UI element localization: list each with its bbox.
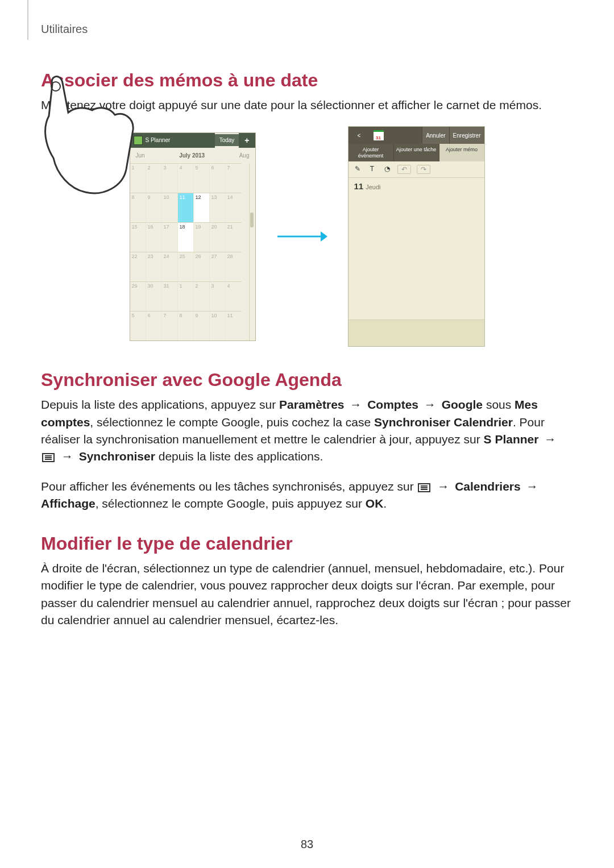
back-button[interactable]: < [349, 127, 370, 144]
prev-month: Jun [136, 152, 145, 159]
calendar-day-cell[interactable]: 5 [194, 163, 210, 193]
svg-marker-2 [321, 231, 327, 242]
para-sync-1: Depuis la liste des applications, appuye… [41, 396, 573, 466]
tab-add-memo[interactable]: Ajouter mémo [439, 144, 484, 161]
calendar-day-cell[interactable]: 16 [146, 222, 162, 252]
memo-date-day: Jeudi [366, 184, 380, 190]
calendar-day-cell[interactable]: 4 [178, 163, 194, 193]
calendar-badge: 31 [370, 127, 387, 144]
calendar-day-cell[interactable]: 27 [210, 252, 226, 281]
calendar-day-cell[interactable]: 20 [210, 222, 226, 252]
calendar-day-cell[interactable]: 2 [194, 281, 210, 311]
next-month: Aug [239, 152, 250, 159]
calendar-scroll[interactable] [249, 163, 255, 340]
calendar-day-cell[interactable]: 4 [226, 281, 242, 311]
running-head: Utilitaires [41, 23, 573, 36]
tab-add-task[interactable]: Ajouter une tâche [394, 144, 439, 161]
calendar-day-cell[interactable]: 6 [146, 311, 162, 340]
cancel-button[interactable]: Annuler [422, 127, 449, 144]
calendar-day-cell[interactable]: 9 [146, 193, 162, 222]
calendar-day-cell[interactable]: 8 [178, 311, 194, 340]
undo-icon[interactable]: ↶ [397, 165, 411, 174]
save-button[interactable]: Enregistrer [450, 127, 484, 144]
tab-add-event[interactable]: Ajouter événement [349, 144, 394, 161]
calendar-day-cell[interactable]: 5 [130, 311, 146, 340]
memo-date: 11 Jeudi [349, 178, 484, 194]
memo-footer [349, 319, 484, 346]
calendar-day-cell[interactable]: 3 [162, 163, 178, 193]
calendar-day-cell[interactable]: 9 [194, 311, 210, 340]
heading-sync-google: Synchroniser avec Google Agenda [41, 369, 573, 391]
calendar-day-cell[interactable]: 13 [210, 193, 226, 222]
calendar-day-cell[interactable]: 30 [146, 281, 162, 311]
month-switcher: Jun July 2013 Aug [130, 148, 255, 163]
calendar-day-cell[interactable]: 18 [178, 222, 194, 252]
calendar-day-cell[interactable]: 3 [210, 281, 226, 311]
calendar-day-cell[interactable]: 10 [210, 311, 226, 340]
calendar-day-cell[interactable]: 1 [178, 281, 194, 311]
figure-row: S Planner Today + Jun July 2013 Aug 1234… [41, 126, 573, 347]
calendar-day-cell[interactable]: 6 [210, 163, 226, 193]
calendar-header: S Planner Today + [130, 133, 255, 148]
heading-associate-memos: Associer des mémos à une date [41, 70, 573, 91]
calendar-day-cell[interactable]: 11 [226, 311, 242, 340]
pen-tool-icon[interactable]: ✎ [353, 165, 362, 173]
current-month: July [179, 152, 190, 159]
calendar-day-cell[interactable]: 24 [162, 252, 178, 281]
calendar-day-cell[interactable]: 7 [226, 163, 242, 193]
calendar-day-cell[interactable]: 19 [194, 222, 210, 252]
calendar-day-cell[interactable]: 25 [178, 252, 194, 281]
add-button[interactable]: + [239, 133, 255, 148]
heading-modify-calendar-type: Modifier le type de calendrier [41, 533, 573, 554]
calendar-mockup: S Planner Today + Jun July 2013 Aug 1234… [130, 132, 256, 341]
margin-rule [27, 0, 28, 40]
calendar-day-cell[interactable]: 1 [130, 163, 146, 193]
chevron-left-icon: < [358, 132, 361, 139]
redo-icon[interactable]: ↷ [417, 165, 430, 174]
calendar-day-cell[interactable]: 22 [130, 252, 146, 281]
memo-mockup: < 31 Annuler Enregistrer Ajouter événeme… [348, 126, 485, 347]
calendar-grid: 1234567891011121314151617181920212223242… [130, 163, 249, 340]
calendar-day-icon: 31 [374, 130, 384, 140]
calendar-day-cell[interactable]: 14 [226, 193, 242, 222]
calendar-day-cell[interactable]: 31 [162, 281, 178, 311]
calendar-day-cell[interactable]: 2 [146, 163, 162, 193]
calendar-day-cell[interactable]: 15 [130, 222, 146, 252]
memo-canvas[interactable] [349, 194, 484, 319]
calendar-day-cell[interactable]: 21 [226, 222, 242, 252]
calendar-day-cell[interactable]: 8 [130, 193, 146, 222]
calendar-day-cell[interactable]: 26 [194, 252, 210, 281]
hand-pointer-icon [41, 73, 138, 200]
menu-icon [42, 453, 55, 462]
text-tool-icon[interactable]: T [368, 165, 377, 173]
calendar-day-cell[interactable]: 23 [146, 252, 162, 281]
calendar-app-icon [134, 136, 143, 145]
arrow-right-icon [276, 229, 327, 244]
para-modify-type: À droite de l'écran, sélectionnez un typ… [41, 560, 573, 629]
memo-date-number: 11 [354, 181, 364, 191]
calendar-day-cell[interactable]: 17 [162, 222, 178, 252]
calendar-app-name: S Planner [146, 137, 171, 143]
calendar-day-cell[interactable]: 11 [178, 193, 194, 222]
current-year: 2013 [192, 152, 205, 159]
calendar-day-cell[interactable]: 7 [162, 311, 178, 340]
today-button[interactable]: Today [215, 134, 239, 146]
calendar-day-cell[interactable]: 12 [194, 193, 210, 222]
eraser-tool-icon[interactable]: ◔ [383, 165, 392, 173]
page-number: 83 [0, 838, 614, 851]
menu-icon [418, 483, 430, 492]
calendar-day-cell[interactable]: 28 [226, 252, 242, 281]
calendar-day-cell[interactable]: 29 [130, 281, 146, 311]
para-sync-2: Pour afficher les événements ou les tâch… [41, 478, 573, 513]
calendar-day-cell[interactable]: 10 [162, 193, 178, 222]
para-associate-memos: Maintenez votre doigt appuyé sur une dat… [41, 97, 573, 114]
